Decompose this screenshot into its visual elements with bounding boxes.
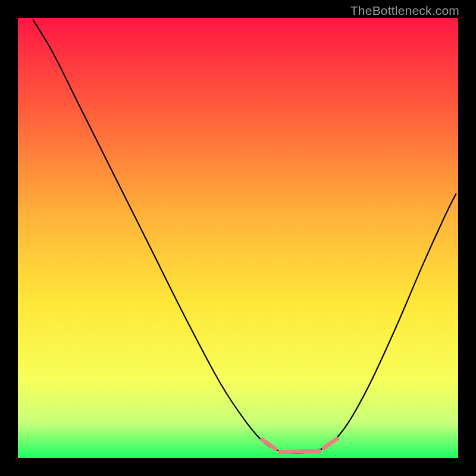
- chart-frame: TheBottleneck.com: [0, 0, 476, 476]
- watermark-text: TheBottleneck.com: [350, 4, 459, 18]
- series-bottom-mark-flat: [280, 451, 320, 452]
- plot-area: [18, 18, 458, 458]
- chart-svg: [18, 18, 458, 458]
- gradient-background: [18, 18, 458, 458]
